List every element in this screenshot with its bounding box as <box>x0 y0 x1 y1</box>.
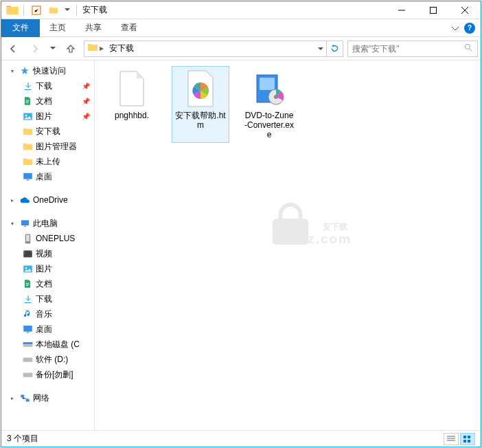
sidebar-item-label: 下载 <box>36 293 52 305</box>
folder-icon <box>22 156 33 167</box>
tab-home[interactable]: 主页 <box>40 19 76 37</box>
address-bar[interactable]: ▶ 安下载 <box>84 41 327 57</box>
svg-rect-19 <box>30 251 31 251</box>
sidebar-item-label: 音乐 <box>36 309 52 320</box>
onedrive[interactable]: ▸ OneDrive <box>1 192 94 208</box>
sidebar-item[interactable]: 备份[勿删] <box>1 367 94 382</box>
sidebar-item-label: 未上传 <box>36 156 60 168</box>
file-item[interactable]: 安下载帮助.htm <box>172 66 229 143</box>
sidebar-item[interactable]: 文档📌 <box>1 93 94 109</box>
sidebar-item[interactable]: 图片📌 <box>1 109 94 124</box>
sidebar-item[interactable]: ONEPLUS <box>1 231 94 246</box>
file-list[interactable]: 安下载 anxz.com pnghhbd.安下载帮助.htmDVD-to-Zun… <box>95 60 481 430</box>
sidebar-item[interactable]: 下载📌 <box>1 78 94 93</box>
sidebar-item-label: 图片 <box>36 263 52 275</box>
qat-dropdown-icon[interactable] <box>63 3 71 18</box>
folder-icon <box>22 141 33 152</box>
svg-rect-12 <box>21 220 28 225</box>
svg-rect-28 <box>23 372 32 377</box>
sidebar-item[interactable]: 软件 (D:) <box>1 352 94 367</box>
svg-rect-30 <box>25 399 29 401</box>
recent-dropdown-icon[interactable] <box>48 40 58 58</box>
quick-access[interactable]: ▾ 快速访问 <box>1 63 94 78</box>
refresh-button[interactable] <box>327 41 343 57</box>
view-icons-button[interactable] <box>460 433 475 445</box>
file-tab[interactable]: 文件 <box>1 19 40 37</box>
qat-newfolder[interactable] <box>46 3 61 18</box>
sidebar-item[interactable]: 图片 <box>1 261 94 276</box>
back-button[interactable] <box>4 40 22 58</box>
maximize-button[interactable] <box>417 1 449 19</box>
this-pc[interactable]: ▾ 此电脑 <box>1 216 94 231</box>
sidebar-item[interactable]: 安下载 <box>1 124 94 139</box>
tab-view[interactable]: 查看 <box>111 19 147 37</box>
chevron-right-icon[interactable]: ▸ <box>11 197 16 203</box>
file-item[interactable]: DVD-to-Zune-Converter.exe <box>240 66 298 143</box>
address-dropdown-icon[interactable] <box>318 44 323 54</box>
chevron-right-icon[interactable]: ▶ <box>100 45 104 52</box>
svg-point-21 <box>25 267 27 269</box>
divider <box>23 5 24 16</box>
chevron-right-icon[interactable]: ▸ <box>11 395 16 401</box>
sidebar-item[interactable]: 视频 <box>1 246 94 261</box>
pin-icon: 📌 <box>82 82 90 90</box>
svg-point-5 <box>465 44 470 49</box>
sidebar-item[interactable]: 文档 <box>1 276 94 291</box>
sidebar-item[interactable]: 桌面 <box>1 169 94 184</box>
download-icon <box>22 293 33 304</box>
breadcrumb-segment[interactable]: 安下载 <box>105 43 138 54</box>
file-icon <box>253 69 286 108</box>
chevron-down-icon[interactable]: ▾ <box>11 68 16 74</box>
sidebar-item-label: 备份[勿删] <box>36 369 73 381</box>
sidebar-item-label: ONEPLUS <box>36 234 75 243</box>
svg-rect-24 <box>26 332 29 333</box>
file-label: DVD-to-Zune-Converter.exe <box>244 111 295 139</box>
svg-point-9 <box>25 115 27 117</box>
sidebar-item[interactable]: 下载 <box>1 291 94 306</box>
window-title: 安下载 <box>82 4 107 16</box>
up-button[interactable] <box>62 40 80 58</box>
titlebar: 安下载 <box>1 1 481 19</box>
sidebar-item[interactable]: 本地磁盘 (C <box>1 337 94 352</box>
pc-icon <box>19 218 30 229</box>
network[interactable]: ▸ 网络 <box>1 390 94 405</box>
navigation-pane[interactable]: ▾ 快速访问 下载📌文档📌图片📌安下载图片管理器未上传桌面 ▸ OneDrive… <box>1 60 95 430</box>
tab-share[interactable]: 共享 <box>76 19 111 37</box>
music-icon <box>22 309 33 320</box>
search-icon <box>464 43 473 54</box>
sidebar-item[interactable]: 未上传 <box>1 154 94 169</box>
sidebar-item-label: 网络 <box>33 392 49 404</box>
sidebar-item-label: 图片 <box>36 111 52 122</box>
forward-button[interactable] <box>26 40 44 58</box>
folder-icon <box>5 3 19 17</box>
sidebar-item-label: 视频 <box>36 248 52 260</box>
svg-rect-41 <box>463 440 466 443</box>
sidebar-item[interactable]: 桌面 <box>1 322 94 337</box>
file-label: pnghhbd. <box>115 111 149 120</box>
sidebar-item[interactable]: 图片管理器 <box>1 139 94 154</box>
divider <box>76 5 77 16</box>
file-icon <box>184 69 217 108</box>
svg-rect-15 <box>26 234 30 240</box>
drive-icon <box>22 354 33 365</box>
close-button[interactable] <box>449 1 481 19</box>
svg-rect-42 <box>468 440 470 443</box>
search-input[interactable] <box>352 44 464 54</box>
sidebar-item-label: 此电脑 <box>33 218 58 229</box>
sidebar-item-label: 图片管理器 <box>36 141 77 153</box>
file-item[interactable]: pnghhbd. <box>103 66 161 143</box>
minimize-button[interactable] <box>386 1 417 19</box>
qat-properties[interactable] <box>29 3 44 18</box>
ribbon: 文件 主页 共享 查看 ? <box>1 19 481 37</box>
sidebar-item[interactable]: 音乐 <box>1 306 94 322</box>
chevron-down-icon[interactable]: ▾ <box>11 221 16 227</box>
svg-rect-10 <box>23 172 32 179</box>
sidebar-item-label: 文档 <box>36 96 52 107</box>
folder-icon <box>22 126 33 137</box>
expand-ribbon-icon[interactable] <box>452 23 459 33</box>
picture-icon <box>22 263 33 274</box>
search-box[interactable] <box>347 41 478 57</box>
view-details-button[interactable] <box>444 433 459 445</box>
status-item-count: 3 个项目 <box>7 433 38 445</box>
help-icon[interactable]: ? <box>464 23 475 34</box>
